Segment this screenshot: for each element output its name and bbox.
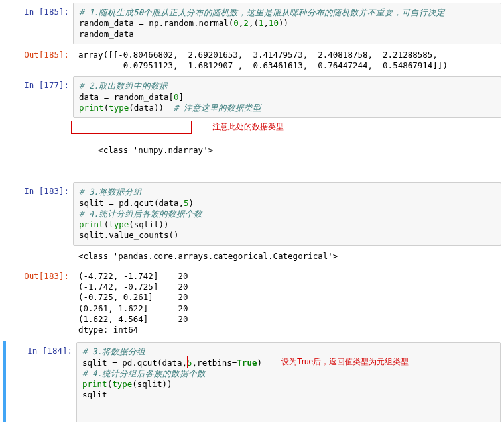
code-area-183[interactable]: # 3.将数据分组 sqlit = pd.qcut(data,5) # 4.统计… <box>73 182 501 245</box>
comment: # 1.随机生成50个服从正太分布的随机数，这里是服从哪种分布的随机数并不重要，… <box>79 7 445 17</box>
comment: # 3.将数据分组 <box>82 346 145 356</box>
code-line: random_data <box>79 29 134 39</box>
in-prompt-183: In [183]: <box>3 182 73 200</box>
code-area-185[interactable]: # 1.随机生成50个服从正太分布的随机数，这里是服从哪种分布的随机数并不重要，… <box>73 3 501 44</box>
empty-prompt <box>3 247 73 255</box>
cell-183-stdout: <class 'pandas.core.arrays.categorical.C… <box>3 247 501 266</box>
empty-prompt <box>3 119 73 127</box>
cell-177-stdout: <class 'numpy.ndarray'> 注意此处的数据类型 <box>3 119 501 181</box>
code-line: sqlit.value_counts() <box>79 230 179 240</box>
cell-177-input: In [177]: # 2.取出数组中的数据 data = random_dat… <box>3 76 501 118</box>
comment: # 4.统计分组后各族的数据个数 <box>82 368 206 378</box>
comment: # 4.统计分组后各族的数据个数 <box>79 209 202 219</box>
out-prompt-185: Out[185]: <box>3 46 73 64</box>
annotation-box <box>71 121 192 134</box>
cell-183-output: Out[183]: (-4.722, -1.742] 20 (-1.742, -… <box>3 267 501 340</box>
code-line: random_data = np.random.normal(0,2,(1,10… <box>79 18 288 28</box>
output-area-183: (-4.722, -1.742] 20 (-1.742, -0.725] 20 … <box>73 267 501 340</box>
code-line: print(type(sqlit)) <box>79 219 169 229</box>
comment: # 3.将数据分组 <box>79 187 142 197</box>
cell-183-input: In [183]: # 3.将数据分组 sqlit = pd.qcut(data… <box>3 182 501 245</box>
code-area-177[interactable]: # 2.取出数组中的数据 data = random_data[0] print… <box>73 76 501 118</box>
stdout-area-183: <class 'pandas.core.arrays.categorical.C… <box>73 247 501 266</box>
annotation-text: 注意此处的数据类型 <box>212 122 284 132</box>
code-area-184[interactable]: # 3.将数据分组 sqlit = pd.qcut(data,5,retbins… <box>76 342 501 422</box>
cell-184-input: In [184]: # 3.将数据分组 sqlit = pd.qcut(data… <box>6 342 501 422</box>
in-prompt-184: In [184]: <box>6 342 76 360</box>
code-line: sqlit = pd.qcut(data,5) <box>79 198 194 208</box>
cell-185-input: In [185]: # 1.随机生成50个服从正太分布的随机数，这里是服从哪种分… <box>3 3 501 44</box>
code-line: print(type(data)) # 注意这里的数据类型 <box>79 103 261 113</box>
out-prompt-183: Out[183]: <box>3 267 73 285</box>
comment: # 2.取出数组中的数据 <box>79 81 168 91</box>
stdout-area-177: <class 'numpy.ndarray'> 注意此处的数据类型 <box>73 119 501 181</box>
in-prompt-185: In [185]: <box>3 3 73 21</box>
stdout-text: <class 'numpy.ndarray'> <box>98 145 213 155</box>
code-line: data = random_data[0] <box>79 92 184 102</box>
output-area-185: array([[-0.80466802, 2.69201653, 3.41479… <box>73 46 501 76</box>
in-prompt-177: In [177]: <box>3 76 73 94</box>
selected-cell-184: In [184]: # 3.将数据分组 sqlit = pd.qcut(data… <box>3 341 501 422</box>
cell-185-output: Out[185]: array([[-0.80466802, 2.6920165… <box>3 46 501 76</box>
annotation-text: 设为True后，返回值类型为元组类型 <box>281 357 409 368</box>
code-line: sqlit <box>82 390 107 399</box>
code-line: sqlit = pd.qcut(data,5,retbins=True) <box>82 358 262 368</box>
code-line: print(type(sqlit)) <box>82 379 172 389</box>
